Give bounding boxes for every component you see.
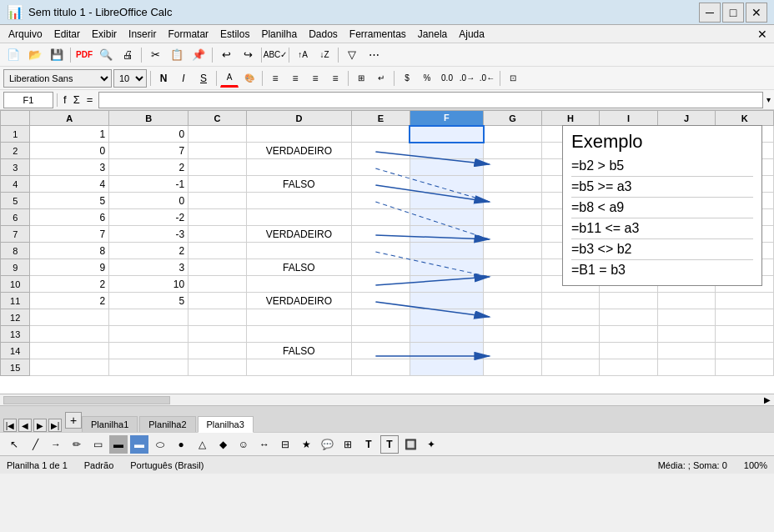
cell-C10[interactable] (188, 276, 247, 293)
line-tool[interactable]: ╱ (26, 435, 44, 454)
cut-button[interactable]: ✂ (145, 46, 165, 64)
sheet-tab-planilha2[interactable]: Planilha2 (139, 416, 195, 432)
underline-button[interactable]: S (194, 69, 213, 88)
cell-D3[interactable] (246, 159, 351, 176)
cell-A12[interactable] (30, 309, 109, 326)
cell-C7[interactable] (188, 226, 247, 243)
cell-A13[interactable] (30, 326, 109, 343)
cell-H11[interactable] (541, 293, 600, 309)
cell-K14[interactable] (716, 343, 774, 359)
align-left-button[interactable]: ≡ (266, 69, 284, 88)
menu-inserir[interactable]: Inserir (123, 27, 161, 42)
cell-B2[interactable]: 7 (109, 143, 188, 159)
cell-H15[interactable] (541, 359, 600, 376)
cell-H14[interactable] (541, 343, 600, 359)
cell-I12[interactable] (600, 309, 658, 326)
font-color-button[interactable]: A (220, 69, 239, 88)
cell-G15[interactable] (484, 359, 542, 376)
cell-B11[interactable]: 5 (109, 293, 188, 309)
cell-A4[interactable]: 4 (30, 176, 109, 193)
effects-tool[interactable]: ✦ (422, 435, 440, 454)
cell-C8[interactable] (188, 243, 247, 259)
close-button[interactable]: ✕ (746, 3, 767, 23)
cell-G1[interactable] (484, 126, 542, 143)
cell-B6[interactable]: -2 (109, 209, 188, 226)
col-A-header[interactable]: A (30, 111, 109, 126)
smiley-tool[interactable]: ☺ (234, 435, 253, 454)
col-K-header[interactable]: K (716, 111, 774, 126)
cell-G13[interactable] (484, 326, 542, 343)
justify-button[interactable]: ≡ (326, 69, 344, 88)
formula-input[interactable] (98, 92, 763, 108)
cell-A2[interactable]: 0 (30, 143, 109, 159)
cell-G9[interactable] (484, 259, 542, 276)
cell-E7[interactable] (352, 226, 410, 243)
cell-B1[interactable]: 0 (109, 126, 188, 143)
cell-G7[interactable] (484, 226, 542, 243)
cell-E13[interactable] (352, 326, 410, 343)
bg-color-button[interactable]: 🎨 (240, 69, 259, 88)
tab-next-button[interactable]: ▶ (33, 419, 47, 432)
wrap-button[interactable]: ↵ (372, 69, 390, 88)
sort-asc-button[interactable]: ↑A (293, 46, 313, 64)
cell-K15[interactable] (716, 359, 774, 376)
font-name-select[interactable]: Liberation Sans (3, 69, 112, 88)
row-header-3[interactable]: 3 (1, 159, 30, 176)
cell-E10[interactable] (352, 276, 410, 293)
open-button[interactable]: 📂 (25, 46, 45, 64)
cell-H13[interactable] (541, 326, 600, 343)
cell-K13[interactable] (716, 326, 774, 343)
row-header-8[interactable]: 8 (1, 243, 30, 259)
cell-F5[interactable] (410, 193, 484, 209)
cell-F2[interactable] (410, 143, 484, 159)
cell-E9[interactable] (352, 259, 410, 276)
cell-F9[interactable] (410, 259, 484, 276)
save-button[interactable]: 💾 (47, 46, 67, 64)
cell-F13[interactable] (410, 326, 484, 343)
cell-B14[interactable] (109, 343, 188, 359)
cell-B10[interactable]: 10 (109, 276, 188, 293)
cell-D6[interactable] (246, 209, 351, 226)
triangle-tool[interactable]: △ (193, 435, 211, 454)
currency-button[interactable]: $ (398, 69, 416, 88)
col-B-header[interactable]: B (109, 111, 188, 126)
menu-formatar[interactable]: Formatar (163, 27, 214, 42)
cell-F1[interactable] (410, 126, 484, 143)
cell-G11[interactable] (484, 293, 542, 309)
row-header-10[interactable]: 10 (1, 276, 30, 293)
cell-G12[interactable] (484, 309, 542, 326)
formula-bar-dropdown[interactable]: ▾ (766, 95, 771, 104)
inc-decimal-button[interactable]: .0→ (458, 69, 476, 88)
cell-J15[interactable] (657, 359, 716, 376)
eq-icon[interactable]: = (84, 93, 96, 106)
border-button[interactable]: ⊡ (504, 69, 522, 88)
cell-G2[interactable] (484, 143, 542, 159)
func-icon[interactable]: f (61, 93, 69, 106)
menu-arquivo[interactable]: Arquivo (3, 27, 48, 42)
cell-E14[interactable] (352, 343, 410, 359)
cell-E2[interactable] (352, 143, 410, 159)
cell-G6[interactable] (484, 209, 542, 226)
row-header-12[interactable]: 12 (1, 309, 30, 326)
cell-D9[interactable]: FALSO (246, 259, 351, 276)
cell-C15[interactable] (188, 359, 247, 376)
cell-F3[interactable] (410, 159, 484, 176)
cell-B9[interactable]: 3 (109, 259, 188, 276)
blue-rect-tool[interactable]: ▬ (130, 435, 148, 454)
more-button[interactable]: ⋯ (364, 46, 384, 64)
cell-D4[interactable]: FALSO (246, 176, 351, 193)
callout-tool[interactable]: 💬 (318, 435, 336, 454)
cell-F4[interactable] (410, 176, 484, 193)
row-header-14[interactable]: 14 (1, 343, 30, 359)
add-sheet-button[interactable]: + (65, 412, 82, 429)
flowchart-tool[interactable]: ⊞ (339, 435, 357, 454)
cell-D2[interactable]: VERDADEIRO (246, 143, 351, 159)
star-tool[interactable]: ★ (297, 435, 315, 454)
cell-E4[interactable] (352, 176, 410, 193)
cell-I13[interactable] (600, 326, 658, 343)
rect-tool[interactable]: ▭ (88, 435, 107, 454)
sort-desc-button[interactable]: ↓Z (314, 46, 334, 64)
col-F-header[interactable]: F (410, 111, 484, 126)
redo-button[interactable]: ↪ (238, 46, 258, 64)
row-header-13[interactable]: 13 (1, 326, 30, 343)
